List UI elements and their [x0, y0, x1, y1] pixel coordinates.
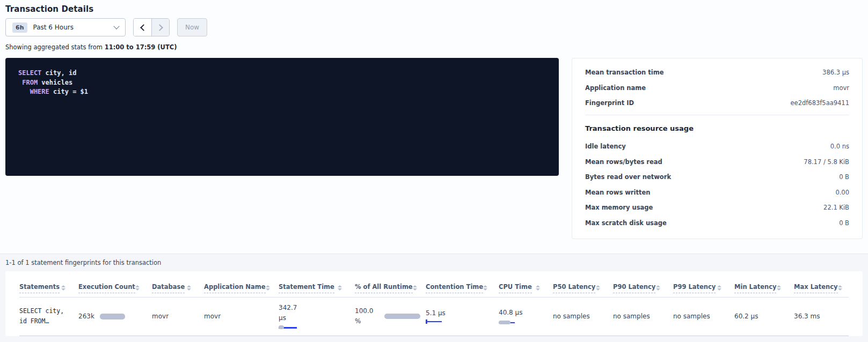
- sort-icon: [135, 285, 140, 291]
- summary-value: 0 B: [839, 173, 849, 181]
- column-header-max-latency[interactable]: Max Latency: [794, 271, 849, 298]
- sql-statement-box: SELECT city, idFROM vehiclesWHERE city =…: [5, 58, 559, 176]
- transaction-details-page: Transaction Details 6h Past 6 Hours Now …: [0, 0, 868, 342]
- summary-value: 386.3 µs: [822, 69, 849, 76]
- sort-icon: [266, 285, 270, 291]
- column-label: Contention Time: [426, 283, 483, 293]
- cell-statement: SELECT city, id FROM…: [19, 297, 78, 336]
- column-label: Statement Time: [279, 283, 334, 293]
- panel-divider: [585, 115, 849, 115]
- stats-range-prefix: Showing aggregated stats from: [5, 43, 105, 51]
- execution-count-bar: [100, 314, 125, 319]
- column-header-p90-latency[interactable]: P90 Latency: [613, 271, 673, 298]
- column-label: P90 Latency: [613, 283, 655, 293]
- column-label: % of All Runtime: [355, 283, 413, 293]
- column-header-cpu-time[interactable]: CPU Time: [499, 271, 553, 298]
- resource-usage-title: Transaction resource usage: [585, 124, 849, 132]
- summary-value: 0 B: [839, 219, 849, 227]
- execution-count-value: 263k: [78, 313, 94, 320]
- sort-icon: [413, 285, 417, 291]
- sort-icon: [717, 285, 721, 291]
- column-header-application-name[interactable]: Application Name: [204, 271, 279, 298]
- summary-label: Bytes read over network: [585, 173, 671, 181]
- column-label: P99 Latency: [673, 283, 716, 293]
- column-label: Statements: [19, 283, 60, 293]
- time-controls: 6h Past 6 Hours Now: [5, 18, 863, 36]
- column-header-database[interactable]: Database: [152, 271, 204, 298]
- summary-value: 0.00: [835, 189, 849, 196]
- column-label: Execution Count: [78, 283, 135, 293]
- summary-value: 22.1 KiB: [823, 204, 849, 211]
- column-header-pct-all-runtime[interactable]: % of All Runtime: [355, 271, 426, 298]
- sort-icon: [338, 285, 342, 291]
- sql-text: city, id: [41, 69, 76, 77]
- sort-icon: [61, 285, 65, 291]
- cell-p50-latency: no samples: [553, 297, 613, 336]
- summary-label: Mean rows/bytes read: [585, 158, 662, 166]
- column-header-p50-latency[interactable]: P50 Latency: [553, 271, 613, 298]
- cell-p90-latency: no samples: [613, 297, 673, 336]
- time-step-buttons: [133, 18, 170, 36]
- cell-statement-time: 342.7 µs: [279, 297, 355, 336]
- pct-all-runtime-bar: [384, 314, 420, 319]
- cell-cpu-time: 40.8 µs: [499, 297, 553, 336]
- sort-icon: [838, 285, 842, 291]
- column-header-p99-latency[interactable]: P99 Latency: [673, 271, 734, 298]
- chevron-right-icon: [156, 24, 163, 31]
- summary-value: 0.0 ns: [830, 143, 849, 150]
- next-range-button[interactable]: [151, 19, 169, 36]
- column-label: CPU Time: [499, 283, 532, 293]
- statement-time-bar: [279, 325, 297, 330]
- time-range-dropdown[interactable]: 6h Past 6 Hours: [5, 18, 126, 36]
- summary-row: Mean transaction time 386.3 µs: [585, 69, 849, 76]
- column-header-min-latency[interactable]: Min Latency: [734, 271, 794, 298]
- column-label: P50 Latency: [553, 283, 595, 293]
- summary-row: Max scratch disk usage 0 B: [585, 219, 849, 227]
- column-label: Min Latency: [734, 283, 776, 293]
- content-row: SELECT city, idFROM vehiclesWHERE city =…: [5, 58, 863, 239]
- chevron-down-icon: [113, 23, 119, 29]
- statements-table-card: Statements Execution Count Database Appl…: [5, 271, 863, 336]
- transaction-summary-panel: Mean transaction time 386.3 µs Applicati…: [572, 58, 863, 239]
- column-header-execution-count[interactable]: Execution Count: [78, 271, 152, 298]
- now-button[interactable]: Now: [177, 18, 207, 36]
- column-label: Database: [152, 283, 185, 293]
- column-header-contention-time[interactable]: Contention Time: [426, 271, 499, 298]
- time-range-label: Past 6 Hours: [33, 24, 115, 31]
- summary-row: Application name movr: [585, 84, 849, 92]
- prev-range-button[interactable]: [134, 19, 151, 36]
- page-title: Transaction Details: [5, 4, 863, 14]
- sort-icon: [777, 285, 781, 291]
- summary-label: Fingerprint ID: [585, 99, 634, 107]
- summary-row: Bytes read over network 0 B: [585, 173, 849, 181]
- summary-label: Max memory usage: [585, 204, 653, 211]
- time-range-badge: 6h: [12, 23, 27, 33]
- column-label: Application Name: [204, 283, 266, 293]
- statements-section: 1-1 of 1 statement fingerprints for this…: [0, 254, 868, 342]
- column-header-statements[interactable]: Statements: [19, 271, 78, 298]
- contention-time-value: 5.1 µs: [426, 309, 493, 317]
- stats-range-text: Showing aggregated stats from 11:00 to 1…: [5, 43, 863, 51]
- upper-section: Transaction Details 6h Past 6 Hours Now …: [0, 0, 868, 239]
- summary-row: Fingerprint ID ee2df683f5aa9411: [585, 99, 849, 107]
- pct-all-runtime-value: 100.0 %: [355, 306, 379, 326]
- sql-keyword: FROM: [22, 79, 38, 86]
- stats-range-value: 11:00 to 17:59 (UTC): [105, 43, 177, 51]
- cell-application-name: movr: [204, 297, 279, 336]
- statements-count-text: 1-1 of 1 statement fingerprints for this…: [5, 259, 863, 266]
- contention-time-bar: [426, 319, 442, 324]
- summary-label: Mean rows written: [585, 189, 650, 196]
- summary-row: Max memory usage 22.1 KiB: [585, 204, 849, 211]
- summary-value: 78.17 / 5.8 KiB: [804, 158, 849, 166]
- sort-icon: [596, 285, 600, 291]
- cell-max-latency: 36.3 ms: [794, 297, 849, 336]
- column-label: Max Latency: [794, 283, 838, 293]
- statement-link[interactable]: SELECT city, id FROM…: [19, 306, 73, 326]
- chevron-left-icon: [140, 24, 147, 31]
- summary-value: movr: [833, 84, 849, 92]
- cell-contention-time: 5.1 µs: [426, 297, 499, 336]
- column-header-statement-time[interactable]: Statement Time: [279, 271, 355, 298]
- summary-value: ee2df683f5aa9411: [791, 99, 850, 107]
- table-row: SELECT city, id FROM… 263k movr movr 342…: [19, 297, 849, 336]
- cell-pct-all-runtime: 100.0 %: [355, 297, 426, 336]
